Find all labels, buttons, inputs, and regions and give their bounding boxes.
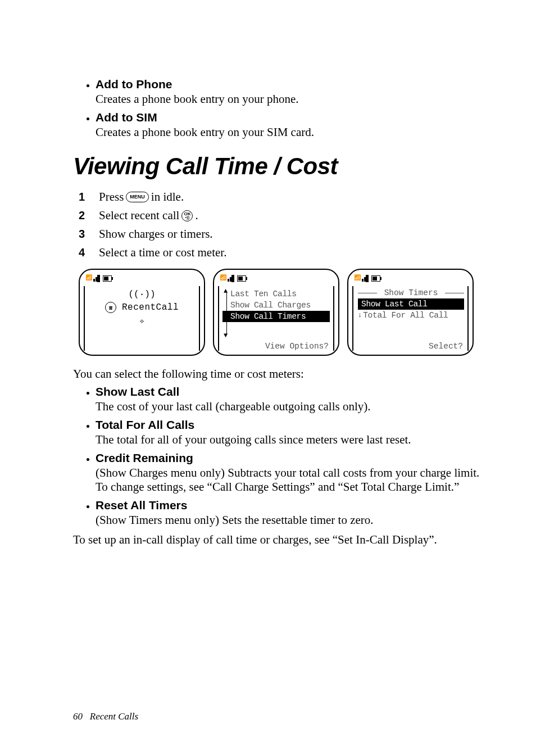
signal-bars-icon <box>228 275 234 282</box>
phone2-menu: ▲ ▼ Last Ten Calls Show Call Charges Sho… <box>222 286 330 351</box>
list-item: Add to Phone Creates a phone book entry … <box>96 78 480 106</box>
battery-icon <box>103 275 112 282</box>
bullet-title: Show Last Call <box>96 385 480 399</box>
signal-bars-icon <box>93 275 99 282</box>
menu-header: Show Timers <box>358 288 464 297</box>
bullet-desc: The cost of your last call (chargeable o… <box>96 400 480 414</box>
bullet-desc: Creates a phone book entry on your phone… <box>96 92 480 106</box>
down-arrow-icon: ↓ <box>358 311 362 319</box>
menu-item: Show Call Charges <box>222 300 330 311</box>
ok-key-icon: OK •)) <box>181 210 193 221</box>
page-number: 60 <box>73 711 83 722</box>
bullet-desc: (Show Charges menu only) Subtracts your … <box>96 466 480 494</box>
phone-screen-1: 📶 ((·)) ☎ RecentCall ✧ <box>79 269 205 356</box>
phonebook-icon: ☎ <box>105 302 116 313</box>
step-item: 1 Press MENU in idle. <box>79 190 480 204</box>
menu-item: Last Ten Calls <box>222 288 330 300</box>
step-text: Select a time or cost meter. <box>99 246 226 260</box>
section-heading: Viewing Call Time / Cost <box>73 153 480 180</box>
menu-prompt: View Options? <box>222 342 330 351</box>
scroll-arrows-icon: ▲ ▼ <box>224 287 228 339</box>
step-text: Select recent call OK •)) . <box>99 209 198 223</box>
status-bar: 📶 <box>220 274 333 283</box>
step-item: 4 Select a time or cost meter. <box>79 246 480 260</box>
numbered-steps: 1 Press MENU in idle. 2 Select recent ca… <box>73 190 480 260</box>
battery-icon <box>371 275 380 282</box>
battery-icon <box>237 275 246 282</box>
messages-icon: ✧ <box>139 315 145 327</box>
step-item: 2 Select recent call OK •)) . <box>79 209 480 223</box>
meters-list: Show Last Call The cost of your last cal… <box>73 385 480 527</box>
closing-paragraph: To set up an in-call display of call tim… <box>73 532 480 547</box>
meters-intro: You can select the following time or cos… <box>73 366 480 382</box>
menu-key-icon: MENU <box>126 192 149 202</box>
phone3-menu: Show Timers Show Last Call ↓ Total For A… <box>357 286 464 351</box>
bullet-title: Add to Phone <box>96 78 480 91</box>
bullet-desc: (Show Timers menu only) Sets the resetta… <box>96 513 480 527</box>
top-bullet-list: Add to Phone Creates a phone book entry … <box>73 78 480 139</box>
status-bar: 📶 <box>354 274 467 283</box>
step-text: Press MENU in idle. <box>99 190 184 204</box>
list-item: Show Last Call The cost of your last cal… <box>96 385 480 414</box>
signal-icon: 📶 <box>85 275 92 281</box>
step-number: 1 <box>79 191 87 203</box>
menu-item-selected: Show Call Timers <box>222 311 330 322</box>
phone1-body: ((·)) ☎ RecentCall ✧ <box>88 286 196 351</box>
phone-illustration-row: 📶 ((·)) ☎ RecentCall ✧ 📶 <box>73 269 480 356</box>
step-number: 2 <box>79 209 87 222</box>
menu-item-selected: Show Last Call <box>358 298 464 310</box>
bullet-title: Total For All Calls <box>96 418 480 432</box>
footer-section-name: Recent Calls <box>90 711 138 722</box>
recent-call-label: RecentCall <box>122 302 179 313</box>
step-number: 3 <box>79 228 87 241</box>
phone-screen-3: 📶 Show Timers Show Last Call ↓ Total For… <box>347 269 474 356</box>
signal-icon: 📶 <box>220 275 226 281</box>
menu-item: Total For All Call <box>363 310 448 321</box>
list-item: Credit Remaining (Show Charges menu only… <box>96 451 480 494</box>
signal-icon: 📶 <box>354 275 361 281</box>
phone-screen-2: 📶 ▲ ▼ Last Ten Calls Show Call Charges S… <box>213 269 339 356</box>
step-number: 4 <box>79 246 87 259</box>
list-item: Reset All Timers (Show Timers menu only)… <box>96 499 480 527</box>
page: Add to Phone Creates a phone book entry … <box>0 0 536 756</box>
step-text: Show charges or timers. <box>99 227 213 241</box>
status-bar: 📶 <box>85 274 198 283</box>
bullet-desc: Creates a phone book entry on your SIM c… <box>96 125 480 139</box>
list-item: Add to SIM Creates a phone book entry on… <box>96 111 480 139</box>
bullet-title: Reset All Timers <box>96 499 480 512</box>
bullet-title: Credit Remaining <box>96 451 480 465</box>
bullet-desc: The total for all of your outgoing calls… <box>96 433 480 447</box>
radio-icon: ((·)) <box>128 289 155 300</box>
step-item: 3 Show charges or timers. <box>79 227 480 241</box>
page-footer: 60 Recent Calls <box>73 711 138 722</box>
bullet-title: Add to SIM <box>96 111 480 124</box>
menu-prompt: Select? <box>358 342 464 351</box>
list-item: Total For All Calls The total for all of… <box>96 418 480 447</box>
signal-bars-icon <box>362 275 368 282</box>
